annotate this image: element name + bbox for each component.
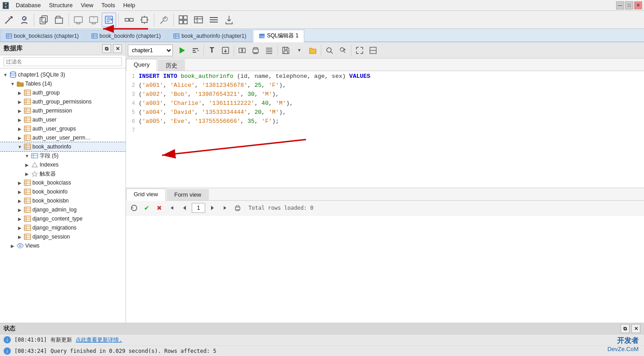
svg-rect-35 xyxy=(24,225,31,230)
toolbar-resize2-btn[interactable] xyxy=(137,13,152,27)
tree-item-auth-user-user-perm[interactable]: ▶ auth_user_user_perm… xyxy=(0,133,126,142)
import-btn[interactable] xyxy=(219,44,232,57)
resize-btn[interactable] xyxy=(236,44,248,57)
sidebar-close-btn[interactable]: ✕ xyxy=(113,44,122,53)
toolbar-open-db-btn[interactable] xyxy=(52,13,66,27)
svg-rect-41 xyxy=(239,48,242,53)
menu-structure[interactable]: Structure xyxy=(45,1,77,9)
tree-item-indexes[interactable]: ▶ Indexes xyxy=(0,160,126,169)
tab-sql-editor[interactable]: SQL SQL编辑器 1 xyxy=(253,30,304,42)
tree-item-auth-user-groups[interactable]: ▶ auth_user_groups xyxy=(0,124,126,133)
expand-icon: ▶ xyxy=(16,207,23,212)
tree-item-book-bookisbn[interactable]: ▶ book_bookisbn xyxy=(0,196,126,205)
status-link-1[interactable]: 点此查看更新详情. xyxy=(76,336,122,344)
maximize-button[interactable]: □ xyxy=(625,1,633,9)
status-restore-btn[interactable]: ⧉ xyxy=(621,324,630,333)
sql-code-area[interactable]: 1 INSERT INTO book_authorinfo (id, name,… xyxy=(126,71,644,188)
svg-rect-28 xyxy=(24,144,31,149)
tree-item-auth-permission[interactable]: ▶ auth_permission xyxy=(0,106,126,115)
explain-btn[interactable] xyxy=(189,44,202,57)
toolbar-edit-conn-btn[interactable] xyxy=(17,13,32,27)
sidebar-restore-btn[interactable]: ⧉ xyxy=(102,44,111,53)
status-time-1: [08:41:01] xyxy=(14,337,47,343)
grid-prev-btn[interactable] xyxy=(179,203,190,213)
fullscreen-btn[interactable] xyxy=(353,44,366,57)
toolbar-wand-btn[interactable] xyxy=(2,13,16,27)
rtab-grid[interactable]: Grid view xyxy=(126,189,166,201)
tree-item-triggers[interactable]: ▶ 触发器 xyxy=(0,169,126,178)
query-tabs: Query 历史 xyxy=(126,59,644,71)
toolbar-screen-btn[interactable] xyxy=(71,13,86,27)
tree-label: auth_group_permissions xyxy=(32,99,91,105)
close-button[interactable]: ✕ xyxy=(634,1,642,9)
toolbar-resize1-btn[interactable] xyxy=(122,13,136,27)
tree-item-book-bookclass[interactable]: ▶ book_bookclass xyxy=(0,178,126,187)
splitview-btn[interactable] xyxy=(367,44,379,57)
qtab-history[interactable]: 历史 xyxy=(158,59,185,71)
toolbar-table-btn[interactable] xyxy=(191,13,206,27)
grid-first-btn[interactable] xyxy=(167,203,177,213)
svg-rect-23 xyxy=(24,99,31,104)
menu-tools[interactable]: Tools xyxy=(98,1,118,9)
rtab-form[interactable]: Form view xyxy=(167,189,209,200)
grid-check-btn[interactable]: ✔ xyxy=(141,203,152,213)
menu-help[interactable]: Help xyxy=(120,1,139,9)
text-btn[interactable]: T xyxy=(206,44,218,57)
tree-item-django-admin-log[interactable]: ▶ django_admin_log xyxy=(0,205,126,214)
content-area: chapter1 T xyxy=(126,42,644,356)
search-btn[interactable] xyxy=(323,44,336,57)
tree-item-django-session[interactable]: ▶ django_session xyxy=(0,232,126,241)
tree-label: auth_user_groups xyxy=(32,126,76,132)
toolbar-rows-btn[interactable] xyxy=(207,13,221,27)
tree-item-django-content-type[interactable]: ▶ django_content_type xyxy=(0,214,126,223)
print-btn[interactable] xyxy=(249,44,262,57)
tree-item-auth-user[interactable]: ▶ auth_user xyxy=(0,115,126,124)
tree-item-chapter1[interactable]: ▼ chapter1 (SQLite 3) xyxy=(0,70,126,79)
toolbar-screen2-btn[interactable] xyxy=(86,13,101,27)
grid-print-btn[interactable] xyxy=(232,203,243,213)
toolbar-grid1-btn[interactable] xyxy=(176,13,190,27)
expand-icon: ▶ xyxy=(16,117,23,122)
minimize-button[interactable]: — xyxy=(616,1,624,9)
tree-item-auth-group[interactable]: ▶ auth_group xyxy=(0,88,126,97)
tree-item-book-authorinfo[interactable]: ▼ book_authorinfo xyxy=(0,142,126,151)
sidebar-filter-input[interactable] xyxy=(4,57,122,66)
tree-item-book-bookinfo[interactable]: ▶ book_bookinfo xyxy=(0,187,126,196)
grid-last-btn[interactable] xyxy=(220,203,230,213)
grid-refresh-btn[interactable] xyxy=(129,203,140,213)
tab-book-bookinfo[interactable]: book_bookinfo (chapter1) xyxy=(86,30,167,41)
svg-rect-33 xyxy=(24,207,31,212)
tab-book-bookclass[interactable]: book_bookclass (chapter1) xyxy=(0,30,85,41)
save-dropdown-btn[interactable]: ▼ xyxy=(293,44,306,57)
toolbar-export-btn[interactable] xyxy=(222,13,236,27)
tree-item-django-migrations[interactable]: ▶ django_migrations xyxy=(0,223,126,232)
qtab-query[interactable]: Query xyxy=(126,59,157,71)
tree-item-tables[interactable]: ▼ Tables (14) xyxy=(0,79,126,88)
menu-view[interactable]: View xyxy=(77,1,97,9)
tab-book-authorinfo[interactable]: book_authorinfo (chapter1) xyxy=(167,30,252,41)
table-icon xyxy=(91,33,98,39)
tree-item-fields[interactable]: ▼ 字段 (5) xyxy=(0,151,126,160)
menu-database[interactable]: Database xyxy=(12,1,45,9)
grid-next-btn[interactable] xyxy=(207,203,218,213)
run-query-btn[interactable] xyxy=(176,44,188,57)
grid-cancel-btn[interactable]: ✖ xyxy=(154,203,165,213)
svg-rect-26 xyxy=(24,126,31,131)
save-btn[interactable] xyxy=(279,44,292,57)
expand-icon: ▼ xyxy=(9,81,16,86)
grid-page-input[interactable]: 1 xyxy=(192,203,205,213)
columns-btn[interactable] xyxy=(263,44,275,57)
db-selector[interactable]: chapter1 xyxy=(128,45,173,56)
toolbar-wrench-btn[interactable] xyxy=(157,13,171,27)
tree-label: django_admin_log xyxy=(32,207,77,213)
grid-toolbar: ✔ ✖ 1 Total rows loaded: 0 xyxy=(126,201,644,216)
toolbar-copy-db-btn[interactable] xyxy=(36,13,51,27)
tree-item-auth-group-permissions[interactable]: ▶ auth_group_permissions xyxy=(0,97,126,106)
replace-btn[interactable] xyxy=(337,44,349,57)
status-title: 状态 xyxy=(4,324,15,333)
open-file-btn[interactable] xyxy=(306,44,319,57)
index-icon xyxy=(31,161,39,169)
tree-item-views[interactable]: ▶ Views xyxy=(0,241,126,250)
status-close-btn[interactable]: ✕ xyxy=(631,324,640,333)
toolbar-query-btn[interactable] xyxy=(102,13,116,27)
